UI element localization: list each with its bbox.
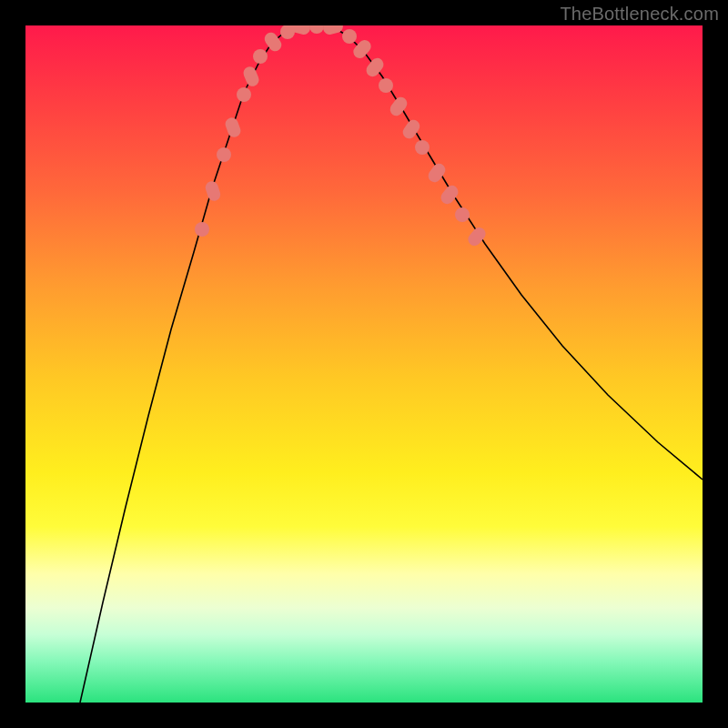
curve-marker [241,65,260,88]
chart-frame: TheBottleneck.com [0,0,728,728]
curve-marker [204,179,222,202]
curve-marker [322,25,345,36]
curve-marker [415,140,430,155]
curve-marker [455,207,470,222]
curve-marker [195,222,209,237]
bottleneck-curve [80,26,703,703]
curve-marker [253,49,268,64]
watermark-text: TheBottleneck.com [560,4,719,25]
curve-marker [379,78,393,93]
curve-marker [309,25,324,34]
curve-svg [25,25,703,703]
plot-area [25,25,703,703]
curve-marker [224,116,243,138]
curve-marker [439,183,461,207]
curve-marker [342,29,357,44]
curve-marker [237,87,251,102]
marker-layer [195,25,488,248]
curve-marker [364,56,387,79]
curve-marker [466,225,489,248]
curve-marker [217,147,231,162]
